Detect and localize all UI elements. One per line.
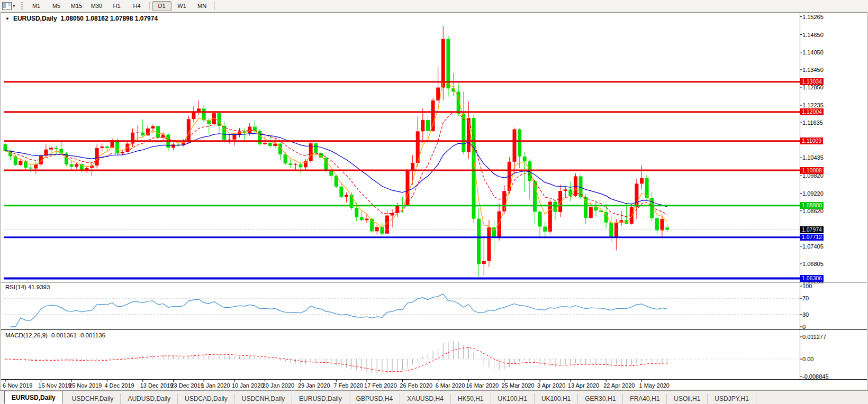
- date-axis-label: 7 Feb 2020: [333, 382, 363, 389]
- chart-tab-hk50-h1[interactable]: HK50,H1: [451, 393, 491, 404]
- date-axis-label: 29 Jan 2020: [298, 382, 330, 389]
- candle-body: [650, 198, 654, 218]
- candle-body: [115, 140, 119, 153]
- candle-body: [405, 170, 409, 205]
- candle-body: [564, 189, 567, 191]
- candle-body: [502, 191, 506, 212]
- candle-body: [375, 227, 379, 232]
- candle-body: [640, 178, 644, 183]
- candle-body: [105, 146, 109, 148]
- candle-body: [482, 261, 486, 264]
- candle-body: [436, 88, 440, 100]
- candle-body: [151, 126, 155, 128]
- candle-body: [228, 140, 231, 140]
- price-axis-tick-label: 1.10435: [802, 154, 824, 161]
- candle-body: [55, 148, 58, 149]
- candle-body: [324, 158, 328, 171]
- candle-body: [284, 154, 287, 163]
- candle-body: [339, 187, 343, 197]
- moving-average-mid: [5, 112, 667, 217]
- date-axis-label: 10 Jan 2020: [232, 382, 264, 389]
- chart-windows-icon[interactable]: [2, 2, 12, 10]
- chart-tab-uk100-h1[interactable]: UK100,H1: [491, 393, 535, 404]
- chart-tab-usdjpy-h1[interactable]: USDJPY,H1: [708, 393, 756, 404]
- chart-tab-usdcnh-daily[interactable]: USDCNH,Daily: [235, 393, 292, 404]
- candle-body: [411, 163, 414, 170]
- rsi-axis-label: 100: [802, 283, 812, 289]
- timeframe-button-m5[interactable]: M5: [47, 1, 66, 11]
- date-axis-label: 6 Mar 2020: [436, 382, 465, 389]
- chart-tab-ger30-h1[interactable]: GER30,H1: [578, 393, 623, 404]
- candle-body: [538, 212, 542, 226]
- candle-body: [314, 143, 318, 153]
- rsi-name: RSI(14): [5, 284, 26, 290]
- current-price-chip: 1.07974: [800, 226, 824, 233]
- candle-body: [523, 157, 527, 161]
- timeframe-buttons: M1M5M15M30H1H4D1W1MN: [26, 1, 217, 11]
- rsi-indicator-label: RSI(14) 41.9393: [5, 284, 50, 290]
- macd-name: MACD(12,26,9): [5, 332, 48, 338]
- rsi-value: 41.9393: [28, 284, 50, 290]
- collapse-triangle-icon[interactable]: ▼: [5, 16, 10, 21]
- candle-body: [192, 112, 195, 119]
- chart-tab-eurusd-daily[interactable]: EURUSD,Daily: [4, 391, 63, 404]
- price-axis-tick-label: 1.11635: [802, 120, 823, 126]
- level-price-chip: 1.07712: [800, 234, 824, 241]
- candle-body: [365, 219, 369, 221]
- date-axis-label: 25 Mar 2020: [502, 382, 535, 389]
- candle-body: [49, 148, 53, 149]
- chart-tab-fra40-h1[interactable]: FRA40,H1: [623, 393, 667, 404]
- macd-axis-label: 0.00: [802, 356, 813, 362]
- mt4-application: { "toolbar": { "timeframes": ["M1","M5",…: [0, 0, 868, 404]
- price-axis-tick-label: 1.07405: [802, 243, 824, 250]
- timeframe-button-m30[interactable]: M30: [87, 1, 106, 11]
- timeframe-button-d1[interactable]: D1: [152, 1, 171, 11]
- date-axis-label: 3 Apr 2020: [537, 382, 565, 389]
- price-axis-tick-label: 1.06805: [802, 261, 824, 267]
- candle-body: [268, 143, 272, 146]
- price-chart-canvas[interactable]: [0, 0, 868, 404]
- timeframe-toolbar: ▾ M1M5M15M30H1H4D1W1MN: [0, 0, 868, 12]
- price-axis-tick-label: 1.09220: [802, 190, 824, 197]
- date-axis-label: 1 Jan 2020: [201, 382, 230, 389]
- timeframe-button-mn[interactable]: MN: [193, 1, 212, 11]
- candle-body: [345, 195, 348, 197]
- dropdown-caret-icon[interactable]: ▾: [13, 3, 15, 8]
- candle-body: [248, 127, 251, 133]
- candle-body: [528, 161, 531, 181]
- chart-tab-usdcad-daily[interactable]: USDCAD,Daily: [178, 393, 235, 404]
- timeframe-button-h4[interactable]: H4: [128, 1, 147, 11]
- candle-body: [426, 120, 430, 131]
- date-axis-label: 25 Nov 2019: [69, 382, 102, 389]
- candle-body: [202, 108, 206, 120]
- chart-tab-audusd-daily[interactable]: AUDUSD,Daily: [121, 393, 178, 404]
- timeframe-button-h1[interactable]: H1: [107, 1, 126, 11]
- toolbar-grip: [21, 2, 23, 10]
- chart-tab-usdchf-daily[interactable]: USDCHF,Daily: [65, 393, 121, 404]
- candle-body: [95, 148, 99, 166]
- candle-body: [543, 227, 547, 232]
- chart-window-border: [1, 13, 867, 390]
- candle-body: [431, 100, 435, 131]
- timeframe-button-w1[interactable]: W1: [173, 1, 192, 11]
- chart-tab-gbpusd-h4[interactable]: GBPUSD,H4: [349, 393, 400, 404]
- candle-body: [100, 146, 104, 148]
- timeframe-button-m15[interactable]: M15: [67, 1, 86, 11]
- timeframe-button-m1[interactable]: M1: [27, 1, 46, 11]
- candle-body: [80, 164, 84, 170]
- chart-tab-uk100-h1[interactable]: UK100,H1: [535, 393, 578, 404]
- chart-tab-usoil-h1[interactable]: USOil,H1: [667, 393, 708, 404]
- level-price-chip: 1.08800: [800, 202, 824, 209]
- chart-tab-xauusd-h4[interactable]: XAUUSD,H4: [400, 393, 451, 404]
- candle-body: [29, 168, 33, 169]
- candle-body: [421, 120, 424, 132]
- date-axis-label: 13 Apr 2020: [568, 382, 599, 389]
- candle-body: [263, 143, 267, 144]
- rsi-axis-label: 70: [802, 295, 809, 301]
- chart-tab-eurusd-daily[interactable]: EURUSD,Daily: [292, 393, 349, 404]
- moving-average-fast: [5, 81, 667, 231]
- candle-body: [599, 210, 603, 212]
- date-axis-label: 1 May 2020: [639, 382, 670, 389]
- rsi-axis-label: 0: [802, 324, 806, 330]
- candle-body: [518, 130, 521, 157]
